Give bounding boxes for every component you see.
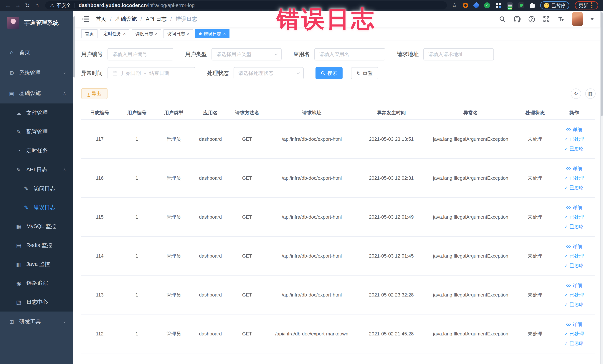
tab-close-icon[interactable] [187,32,189,36]
breadcrumb-apilog[interactable]: API 日志 [137,15,167,23]
mark-processed-link[interactable]: 已处理 [564,253,584,259]
mark-processed-link[interactable]: 已处理 [564,136,584,142]
app-title: 芋道管理系统 [24,19,58,27]
url-text[interactable]: dashboard.yudao.iocoder.cn/infra/log/api… [79,3,195,8]
app-window: 芋道管理系统 首页 系统管理 [0,11,600,364]
mark-ignored-link[interactable]: 已忽略 [564,184,584,191]
window-scrollbar-thumb[interactable] [601,12,603,116]
date-range-input[interactable]: 开始日期 - 结束日期 [107,67,195,79]
sidebar-item[interactable]: API 日志 [0,160,73,179]
app-name-input[interactable]: 请输入应用名 [314,48,385,60]
sidebar-item[interactable]: MySQL 监控 [0,217,73,236]
extensions-puzzle-icon[interactable] [530,4,534,8]
tab-close-icon[interactable] [155,32,158,36]
tab[interactable]: 访问日志 [163,29,193,38]
sidebar-item[interactable]: 首页 [0,42,73,63]
filter-row-2: 异常时间 开始日期 - 结束日期 处理状态 请选择处理状态 [81,67,596,79]
browser-actions: on 已暂停 更新 [452,1,600,10]
cell-log-id: 117 [81,136,118,142]
detail-link[interactable]: 详细 [566,243,582,250]
back-button[interactable] [3,2,13,9]
sidebar-item[interactable]: 错误日志 [0,198,73,217]
breadcrumb-home[interactable]: 首页 [96,15,106,23]
reload-button[interactable] [23,2,32,9]
detail-link[interactable]: 详细 [566,282,582,289]
refresh-table-button[interactable] [571,88,581,99]
sidebar-item[interactable]: 访问日志 [0,179,73,198]
mark-ignored-link[interactable]: 已忽略 [564,340,584,347]
tab[interactable]: 错误日志 [195,29,230,38]
extension-check-icon[interactable] [484,2,490,8]
mark-ignored-link[interactable]: 已忽略 [564,301,584,308]
fullscreen-icon[interactable] [543,16,550,23]
collapse-sidebar-icon[interactable] [82,16,89,22]
browser-update-pill[interactable]: 更新 [575,1,598,10]
extension-leaf-icon[interactable] [518,2,524,8]
user-id-input[interactable]: 请输入用户编号 [107,48,173,60]
breadcrumb-infra[interactable]: 基础设施 [106,15,137,23]
bookmark-star-icon[interactable] [452,2,457,9]
sidebar-item[interactable]: Redis 监控 [0,236,73,255]
search-button[interactable]: 搜索 [315,67,343,79]
github-icon[interactable] [514,16,521,23]
sidebar-item[interactable]: 研发工具 [0,312,73,332]
mark-processed-link[interactable]: 已处理 [564,214,584,220]
mark-ignored-link[interactable]: 已忽略 [564,223,584,230]
sidebar-item[interactable]: 定时任务 [0,141,73,160]
font-size-icon[interactable] [557,16,564,23]
sidebar-item[interactable]: 系统管理 [0,63,73,83]
export-button[interactable]: 导出 [81,88,107,99]
tab[interactable]: 定时任务 [100,29,129,38]
window-scrollbar[interactable] [600,11,603,364]
column-header: 请求地址 [266,110,358,116]
mark-processed-link[interactable]: 已处理 [564,292,584,298]
extension-shield-icon[interactable] [473,2,480,9]
home-icon [8,49,16,56]
help-icon[interactable] [528,16,535,23]
cell-url: /api/infra/db-doc/export-markdown [266,331,358,337]
address-bar[interactable]: 不安全 dashboard.yudao.iocoder.cn/infra/log… [45,1,447,10]
home-button[interactable] [32,2,42,9]
user-menu-caret-icon[interactable] [590,18,594,20]
tab[interactable]: 调度日志 [132,29,161,38]
column-header: 用户类型 [155,110,192,116]
sidebar-item[interactable]: 基础设施 [0,83,73,104]
user-avatar[interactable] [572,12,583,26]
extension-ring-icon[interactable] [463,3,468,8]
not-secure-label[interactable]: 不安全 [56,2,71,9]
check-icon [564,146,568,152]
sidebar-item[interactable]: 文件管理 [0,104,73,122]
sidebar-item[interactable]: 日志中心 [0,293,73,312]
user-type-select[interactable]: 请选择用户类型 [211,48,282,60]
app-logo-row[interactable]: 芋道管理系统 [0,11,73,35]
sidebar-item[interactable]: 链路追踪 [0,274,73,293]
mark-ignored-link[interactable]: 已忽略 [564,145,584,152]
cell-status: 未处理 [517,292,553,298]
detail-link[interactable]: 详细 [566,165,582,172]
mark-processed-link[interactable]: 已处理 [564,175,584,181]
column-settings-button[interactable] [585,88,596,99]
tab-close-icon[interactable] [123,32,126,36]
search-icon[interactable] [499,16,506,23]
forward-button[interactable] [13,2,23,9]
extension-grid-icon[interactable] [496,3,498,5]
detail-link[interactable]: 详细 [566,204,582,211]
detail-link[interactable]: 详细 [566,127,582,133]
status-select[interactable]: 请选择处理状态 [233,67,304,79]
cell-actions: 详细 已处理 已忽略 [553,321,595,347]
mark-ignored-link[interactable]: 已忽略 [564,262,584,269]
sidebar-scrollbar-thumb[interactable] [73,16,75,78]
browser-menu-icon[interactable] [591,5,592,6]
profile-paused-pill[interactable]: 已暂停 [540,1,569,10]
column-header: 异常发生时间 [358,110,425,116]
sidebar-item[interactable]: 配置管理 [0,122,73,141]
mark-processed-link[interactable]: 已处理 [564,331,584,337]
tab-close-icon[interactable] [223,32,226,36]
detail-link[interactable]: 详细 [566,321,582,328]
sidebar-scrollbar[interactable] [73,11,75,364]
tab[interactable]: 首页 [81,29,97,38]
sidebar-item[interactable]: Java 监控 [0,255,73,274]
request-url-input[interactable]: 请输入请求地址 [423,48,494,60]
reset-button[interactable]: 重置 [351,67,378,79]
extension-lines-icon[interactable]: on [507,2,513,8]
